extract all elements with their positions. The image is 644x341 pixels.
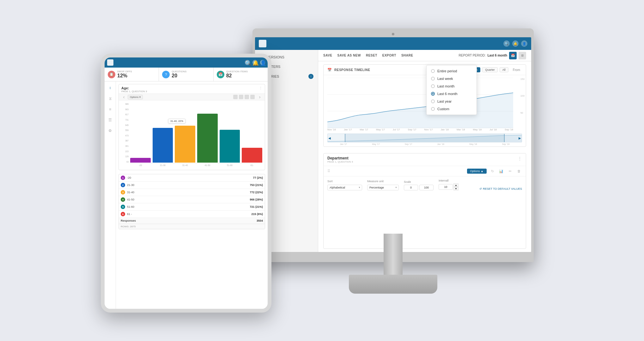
zoom-quarter[interactable]: Quarter — [482, 67, 498, 72]
scale-group: Scale — [404, 180, 434, 190]
sort-select-wrapper[interactable]: Alphabetical By value Custom — [327, 184, 362, 190]
radio-last-year[interactable] — [431, 99, 435, 103]
measure-select[interactable]: Percentage Count — [367, 185, 399, 190]
export-button[interactable]: EXPORT — [382, 54, 396, 57]
tablet-user-icon[interactable]: 👤 — [260, 60, 265, 65]
bar-61plus — [242, 148, 262, 163]
y-tick-11: 129 — [125, 155, 129, 158]
interval-up-btn[interactable]: ▲ — [453, 183, 459, 187]
bar-21-30 — [153, 128, 173, 163]
save-as-new-button[interactable]: SAVE AS NEW — [337, 54, 361, 57]
chart-nav-right[interactable]: › — [257, 94, 262, 99]
radio-last-week[interactable] — [431, 77, 435, 81]
x-jul17: Jul '17 — [393, 128, 400, 131]
interval-down-btn[interactable]: ▼ — [453, 187, 459, 190]
period-calendar-btn[interactable]: 📅 — [509, 52, 517, 59]
tablet-bar-chart-area: 989 903 817 731 645 559 473 387 301 215 — [119, 100, 265, 170]
dept-edit-icon[interactable]: ✏ — [507, 168, 513, 174]
dropdown-last-week[interactable]: Last week — [427, 75, 477, 82]
scale-min-input[interactable] — [404, 185, 418, 190]
reset-icon: ↺ — [479, 187, 482, 190]
dept-refresh-icon[interactable]: ↻ — [489, 168, 495, 174]
legend-row-2: 2 21-30 753 (21%) — [119, 182, 265, 189]
series-badge: i — [308, 74, 313, 79]
tablet-sidebar-settings[interactable]: ⚙ — [107, 128, 113, 134]
chart-nav-left[interactable]: ‹ — [121, 94, 126, 99]
dropdown-last-6-month[interactable]: Last 6 month — [427, 90, 477, 98]
dept-delete-icon[interactable]: 🗑 — [516, 168, 522, 174]
app-top-bar: 🔍 🔔 👤 — [255, 37, 531, 50]
mini-nav-left[interactable]: ◀ — [328, 136, 331, 140]
radio-custom[interactable] — [431, 107, 435, 111]
legend-value-4: 966 (28%) — [250, 198, 263, 201]
tablet-chart-header: Age: PAGE 1, QUESTION 3 ⋮ — [119, 84, 265, 93]
mini-nav-right[interactable]: ▶ — [519, 136, 521, 140]
dropdown-entire-period[interactable]: Entire period — [427, 67, 477, 75]
legend-dot-5: 5 — [121, 205, 125, 209]
interval-group: Intervall ▲ ▼ — [439, 179, 459, 190]
scale-max-input[interactable] — [419, 185, 434, 190]
app-user-icon[interactable]: 👤 — [521, 40, 527, 47]
tablet-stat-items: 📅 QUESTION ITEMS 82 — [214, 68, 268, 81]
legend-row-1: 1 -20 77 (2%) — [119, 174, 265, 182]
app-bell-icon[interactable]: 🔔 — [512, 40, 519, 47]
tablet-sidebar-list[interactable]: ☰ — [107, 117, 113, 123]
chart-options-btn[interactable]: Options ▾ — [128, 95, 143, 99]
tablet-bell-icon[interactable]: 🔔 — [252, 60, 258, 65]
dept-chart-icon[interactable]: 📊 — [498, 168, 504, 174]
chart-view-icon[interactable] — [239, 95, 243, 99]
zoom-all[interactable]: All — [500, 67, 508, 72]
tablet-stat-dropoffs: 📋 DROP OFFS 12% — [105, 68, 159, 81]
questions-label: QUESTIONS — [172, 70, 186, 73]
sort-group: Sort Alphabetical By value Custom — [327, 180, 362, 190]
tablet-chart-more[interactable]: ⋮ — [259, 86, 262, 90]
questions-value: 20 — [172, 73, 186, 79]
dept-more-icon[interactable]: ⋮ — [518, 156, 522, 161]
app-search-icon[interactable]: 🔍 — [503, 40, 510, 47]
monitor-device: 🔍 🔔 👤 ↕ VERSIONS ⧖ FILTERS — [243, 28, 543, 300]
timeline-chart-container: 150 100 50 — [324, 75, 526, 132]
reset-button[interactable]: RESET — [366, 54, 377, 57]
tablet-search-icon[interactable]: 🔍 — [245, 60, 250, 65]
legend-row-5: 5 51-60 721 (21%) — [119, 203, 265, 211]
tablet-sidebar-series[interactable]: ≡ — [107, 106, 113, 112]
x-may18: May '18 — [473, 128, 482, 131]
monitor-stand-neck — [384, 234, 403, 275]
chart-refresh-icon[interactable] — [233, 95, 238, 99]
dropdown-custom[interactable]: Custom — [427, 105, 477, 113]
chart-edit-icon[interactable] — [245, 95, 249, 99]
dropdown-last-month-label: Last month — [437, 84, 454, 88]
radio-last-6-month[interactable] — [431, 92, 435, 96]
save-button[interactable]: SAVE — [323, 54, 332, 57]
legend-dot-1: 1 — [121, 176, 125, 180]
tablet-sidebar-filters[interactable]: ⧖ — [107, 95, 113, 102]
y-tick-9: 301 — [125, 145, 129, 147]
radio-last-month[interactable] — [431, 84, 435, 88]
reset-defaults-link[interactable]: ↺ RESET TO DEFAULT VALUES — [479, 187, 522, 190]
interval-label: Intervall — [439, 179, 459, 182]
tablet-chart-title: Age: — [121, 86, 147, 90]
dropdown-last-year[interactable]: Last year — [427, 98, 477, 105]
tablet-sidebar-versions[interactable]: ↕ — [107, 85, 113, 91]
monitor-frame: 🔍 🔔 👤 ↕ VERSIONS ⧖ FILTERS — [252, 28, 534, 262]
bars-container: 31-40, 22% — [130, 103, 262, 164]
interval-input[interactable] — [439, 184, 453, 190]
timeline-x-labels: Nov '16 Jan '17 Mar '17 May '17 Jul '17 … — [327, 128, 513, 131]
measure-select-wrapper[interactable]: Percentage Count — [367, 184, 399, 190]
x-tick-2: 21-30 — [153, 164, 173, 170]
chart-delete-icon[interactable] — [250, 95, 255, 99]
dropdown-last-month[interactable]: Last month — [427, 82, 477, 90]
sort-select[interactable]: Alphabetical By value Custom — [327, 185, 362, 190]
dept-options-btn[interactable]: Options ▲ — [467, 169, 487, 174]
x-sep17: Sep '17 — [408, 128, 416, 131]
dropoffs-icon: 📋 — [108, 71, 115, 78]
drag-handle-icon[interactable]: ⠿ — [327, 169, 330, 173]
x-nov16: Nov '16 — [327, 128, 336, 131]
radio-entire-period[interactable] — [431, 69, 435, 73]
share-button[interactable]: SHARE — [401, 54, 413, 57]
items-label: QUESTION ITEMS — [226, 70, 248, 73]
bar-minus20 — [130, 158, 151, 163]
period-monitor-btn[interactable]: 🖥 — [519, 52, 526, 59]
legend-dot-6: 6 — [121, 212, 125, 216]
dept-options-label: Options ▲ — [470, 170, 483, 173]
